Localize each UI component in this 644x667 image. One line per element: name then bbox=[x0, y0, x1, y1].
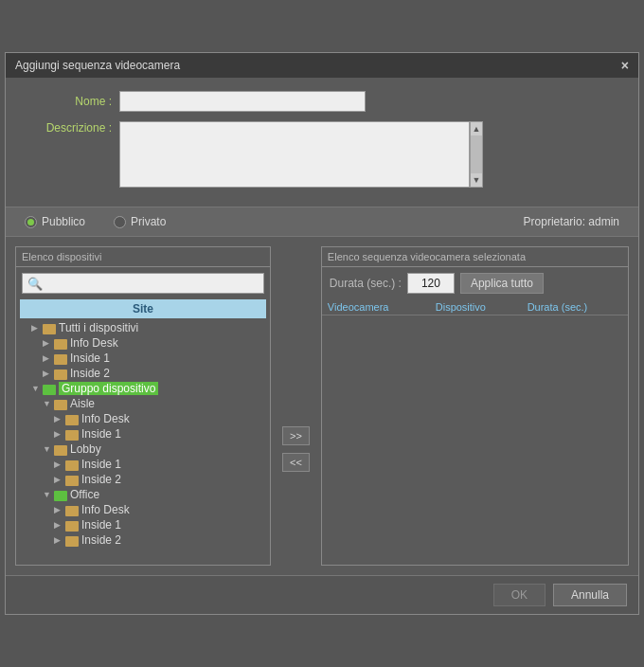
tree-item-infodesk-office[interactable]: ▶ Info Desk bbox=[20, 502, 266, 517]
tree-label-inside1-top: Inside 1 bbox=[70, 352, 110, 365]
tree-label-inside2-top: Inside 2 bbox=[70, 367, 110, 380]
tree-arrow-infodesk-office: ▶ bbox=[54, 505, 65, 514]
pubblico-option[interactable]: Pubblico bbox=[25, 215, 85, 228]
tree-item-office[interactable]: ▼ Office bbox=[20, 487, 266, 502]
tree-item-inside2-top[interactable]: ▶ Inside 2 bbox=[20, 366, 266, 381]
backward-button[interactable]: << bbox=[282, 453, 310, 472]
nome-input[interactable] bbox=[119, 91, 366, 112]
tree-arrow-inside1-lobby: ▶ bbox=[54, 460, 65, 469]
seq-panel-title: Elenco sequenza videocamera selezionata bbox=[322, 247, 628, 267]
tree-label-inside2-office: Inside 2 bbox=[81, 533, 121, 547]
tree-label-office: Office bbox=[70, 488, 99, 501]
folder-icon-lobby bbox=[54, 445, 67, 456]
tree-label-infodesk-aisle: Info Desk bbox=[81, 412, 130, 425]
folder-icon-infodesk-office bbox=[65, 506, 79, 516]
pubblico-label: Pubblico bbox=[42, 215, 85, 228]
close-button[interactable]: × bbox=[621, 59, 629, 72]
seq-panel: Elenco sequenza videocamera selezionata … bbox=[321, 246, 629, 566]
duration-label: Durata (sec.) : bbox=[330, 277, 402, 290]
cancel-button[interactable]: Annulla bbox=[553, 584, 627, 606]
tree-arrow-office: ▼ bbox=[43, 490, 54, 499]
privato-label: Privato bbox=[131, 215, 166, 228]
apply-button[interactable]: Applica tutto bbox=[460, 273, 544, 294]
tree-arrow-inside2-top: ▶ bbox=[43, 369, 54, 378]
tree-arrow-inside1-aisle: ▶ bbox=[54, 429, 65, 439]
nome-label: Nome : bbox=[25, 95, 119, 108]
privato-option[interactable]: Privato bbox=[114, 215, 166, 228]
folder-icon-tutti bbox=[43, 324, 56, 334]
tree-arrow-inside2-lobby: ▶ bbox=[54, 475, 65, 484]
tree-item-inside1-office[interactable]: ▶ Inside 1 bbox=[20, 517, 266, 532]
search-icon: 🔍 bbox=[27, 277, 43, 291]
tree-label-infodesk1: Info Desk bbox=[70, 336, 118, 350]
folder-icon-inside2-office bbox=[65, 536, 79, 547]
folder-icon-infodesk-aisle bbox=[65, 415, 79, 425]
tree-arrow-lobby: ▼ bbox=[43, 444, 54, 454]
tree-item-gruppo[interactable]: ▼ Gruppo dispositivo bbox=[20, 381, 266, 396]
duration-row: Durata (sec.) : Applica tutto bbox=[322, 267, 628, 299]
tree-label-tutti: Tutti i dispositivi bbox=[59, 321, 138, 334]
seq-table-container[interactable]: Videocamera Dispositivo Durata (sec.) bbox=[322, 299, 628, 550]
folder-icon-aisle bbox=[54, 400, 67, 410]
tree-label-aisle: Aisle bbox=[70, 397, 95, 410]
tree-label-gruppo: Gruppo dispositivo bbox=[59, 382, 158, 395]
pubblico-radio[interactable] bbox=[25, 216, 37, 228]
tree-item-inside1-lobby[interactable]: ▶ Inside 1 bbox=[20, 457, 266, 472]
tree-arrow-inside2-office: ▶ bbox=[54, 535, 65, 545]
col-durata: Durata (sec.) bbox=[522, 299, 628, 315]
tree-label-inside1-lobby: Inside 1 bbox=[81, 458, 121, 471]
tree-item-inside2-lobby[interactable]: ▶ Inside 2 bbox=[20, 472, 266, 487]
scroll-track bbox=[471, 135, 482, 173]
tree-label-lobby: Lobby bbox=[70, 442, 101, 456]
tree-arrow-aisle: ▼ bbox=[43, 399, 54, 408]
tree-item-inside1-top[interactable]: ▶ Inside 1 bbox=[20, 351, 266, 366]
tree-item-lobby[interactable]: ▼ Lobby bbox=[20, 442, 266, 457]
title-bar: Aggiungi sequenza videocamera × bbox=[6, 53, 638, 78]
folder-icon-inside1-lobby bbox=[65, 460, 79, 471]
tree-label-inside1-office: Inside 1 bbox=[81, 518, 121, 532]
descrizione-label: Descrizione : bbox=[25, 121, 119, 135]
textarea-scrollbar[interactable]: ▲ ▼ bbox=[470, 121, 483, 188]
tree-arrow-tutti: ▶ bbox=[31, 323, 43, 333]
tree-container[interactable]: Site ▶ Tutti i dispositivi ▶ Info Desk ▶… bbox=[16, 299, 270, 565]
folder-icon-inside2-top bbox=[54, 370, 67, 380]
scroll-down-arrow[interactable]: ▼ bbox=[471, 173, 482, 187]
folder-icon-gruppo bbox=[43, 385, 56, 395]
dialog-title: Aggiungi sequenza videocamera bbox=[15, 59, 180, 72]
folder-icon-inside1-office bbox=[65, 521, 79, 532]
descrizione-input[interactable] bbox=[119, 121, 470, 188]
nome-row: Nome : bbox=[25, 91, 619, 112]
radio-section: Pubblico Privato Proprietario: admin bbox=[6, 207, 638, 237]
tree-label-inside1-aisle: Inside 1 bbox=[81, 427, 121, 441]
seq-table: Videocamera Dispositivo Durata (sec.) bbox=[322, 299, 628, 315]
descrizione-row: Descrizione : ▲ ▼ bbox=[25, 121, 619, 188]
tree-label-infodesk-office: Info Desk bbox=[81, 503, 130, 516]
search-box: 🔍 bbox=[22, 273, 264, 294]
col-videocamera: Videocamera bbox=[322, 299, 430, 315]
tree-item-tutti[interactable]: ▶ Tutti i dispositivi bbox=[20, 320, 266, 335]
folder-icon-office bbox=[54, 491, 67, 501]
tree-item-inside2-office[interactable]: ▶ Inside 2 bbox=[20, 532, 266, 548]
tree-header: Site bbox=[20, 299, 266, 318]
tree-arrow-inside1-top: ▶ bbox=[43, 353, 54, 363]
tree-item-infodesk1[interactable]: ▶ Info Desk bbox=[20, 335, 266, 351]
tree-arrow-gruppo: ▼ bbox=[31, 384, 43, 393]
duration-input[interactable] bbox=[407, 273, 455, 294]
search-input[interactable] bbox=[46, 277, 259, 290]
tree-item-inside1-aisle[interactable]: ▶ Inside 1 bbox=[20, 426, 266, 442]
tree-item-aisle[interactable]: ▼ Aisle bbox=[20, 396, 266, 411]
owner-label: Proprietario: admin bbox=[524, 215, 619, 228]
tree-arrow-infodesk-aisle: ▶ bbox=[54, 414, 65, 424]
folder-icon-inside1-aisle bbox=[65, 430, 79, 441]
scroll-up-arrow[interactable]: ▲ bbox=[471, 122, 482, 135]
folder-icon-inside1-top bbox=[54, 354, 67, 365]
bottom-bar: OK Annulla bbox=[6, 575, 638, 614]
tree-item-infodesk-aisle[interactable]: ▶ Info Desk bbox=[20, 411, 266, 426]
tree-label-inside2-lobby: Inside 2 bbox=[81, 473, 121, 486]
folder-icon-inside2-lobby bbox=[65, 476, 79, 486]
col-dispositivo: Dispositivo bbox=[430, 299, 522, 315]
ok-button[interactable]: OK bbox=[493, 584, 546, 606]
panels-row: Elenco dispositivi 🔍 Site ▶ Tutti i disp… bbox=[6, 237, 638, 575]
forward-button[interactable]: >> bbox=[282, 426, 310, 445]
privato-radio[interactable] bbox=[114, 216, 126, 228]
